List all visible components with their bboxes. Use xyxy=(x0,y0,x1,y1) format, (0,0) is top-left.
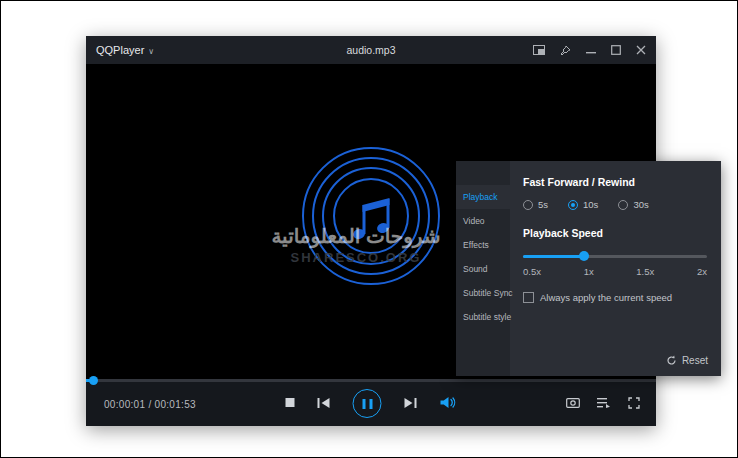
speed-label-15x: 1.5x xyxy=(636,266,654,277)
radio-30s[interactable]: 30s xyxy=(618,199,648,210)
music-note-icon xyxy=(352,198,390,240)
checkbox-icon xyxy=(523,292,534,303)
app-menu[interactable]: QQPlayer ∨ xyxy=(96,44,246,56)
speed-labels: 0.5x 1x 1.5x 2x xyxy=(523,266,707,277)
sidebar-item-effects[interactable]: Effects xyxy=(456,233,510,257)
speed-slider-handle[interactable] xyxy=(579,251,589,261)
next-icon xyxy=(404,397,418,409)
settings-panel: Playback Video Effects Sound Subtitle Sy… xyxy=(456,161,721,376)
playback-speed-title: Playback Speed xyxy=(523,227,707,239)
seek-bar-handle[interactable] xyxy=(89,376,98,385)
stop-icon xyxy=(286,398,295,407)
speed-label-2x: 2x xyxy=(697,266,707,277)
file-name: audio.mp3 xyxy=(246,44,496,56)
radio-10s[interactable]: 10s xyxy=(568,199,598,210)
pause-icon xyxy=(362,399,365,409)
volume-icon xyxy=(440,396,457,409)
settings-sidebar: Playback Video Effects Sound Subtitle Sy… xyxy=(456,161,510,376)
fullscreen-button[interactable] xyxy=(628,397,640,409)
fullscreen-icon xyxy=(628,397,640,409)
previous-button[interactable] xyxy=(317,397,331,409)
snapshot-button[interactable] xyxy=(566,397,580,408)
radio-5s[interactable]: 5s xyxy=(523,199,548,210)
stop-button[interactable] xyxy=(286,398,295,407)
titlebar[interactable]: QQPlayer ∨ audio.mp3 xyxy=(86,36,656,64)
speed-slider[interactable] xyxy=(523,252,707,261)
fast-forward-title: Fast Forward / Rewind xyxy=(523,176,707,188)
minimize-button[interactable] xyxy=(586,45,596,55)
seek-step-options: 5s 10s 30s xyxy=(523,199,707,210)
screenshot-canvas: QQPlayer ∨ audio.mp3 xyxy=(0,0,738,458)
sidebar-item-video[interactable]: Video xyxy=(456,209,510,233)
sidebar-item-subtitle-style[interactable]: Subtitle style xyxy=(456,305,510,329)
always-apply-checkbox[interactable]: Always apply the current speed xyxy=(523,292,707,303)
radio-selected-icon xyxy=(568,200,578,210)
chevron-down-icon: ∨ xyxy=(148,47,154,56)
sidebar-item-sound[interactable]: Sound xyxy=(456,257,510,281)
reset-icon xyxy=(666,355,677,366)
mini-mode-button[interactable] xyxy=(533,45,545,55)
control-bar: 00:00:01 / 00:01:53 xyxy=(86,379,656,426)
sidebar-item-subtitle-sync[interactable]: Subtitle Sync xyxy=(456,281,510,305)
pause-button[interactable] xyxy=(353,389,382,418)
vinyl-record-icon xyxy=(296,141,446,291)
close-button[interactable] xyxy=(636,45,646,55)
speed-label-1x: 1x xyxy=(584,266,594,277)
volume-button[interactable] xyxy=(440,396,457,409)
playlist-button[interactable] xyxy=(597,397,611,408)
playlist-icon xyxy=(597,397,611,408)
pin-button[interactable] xyxy=(560,45,571,56)
time-display: 00:00:01 / 00:01:53 xyxy=(104,398,196,409)
next-button[interactable] xyxy=(404,397,418,409)
sidebar-item-playback[interactable]: Playback xyxy=(456,185,510,209)
settings-content: Fast Forward / Rewind 5s 10s 30s Playbac… xyxy=(510,161,721,376)
radio-icon xyxy=(618,200,628,210)
app-name: QQPlayer xyxy=(96,44,144,56)
speed-label-05x: 0.5x xyxy=(523,266,541,277)
previous-icon xyxy=(317,397,331,409)
speed-slider-fill xyxy=(523,255,584,258)
radio-icon xyxy=(523,200,533,210)
snapshot-icon xyxy=(566,397,580,408)
reset-button[interactable]: Reset xyxy=(666,355,708,366)
maximize-button[interactable] xyxy=(611,45,621,55)
